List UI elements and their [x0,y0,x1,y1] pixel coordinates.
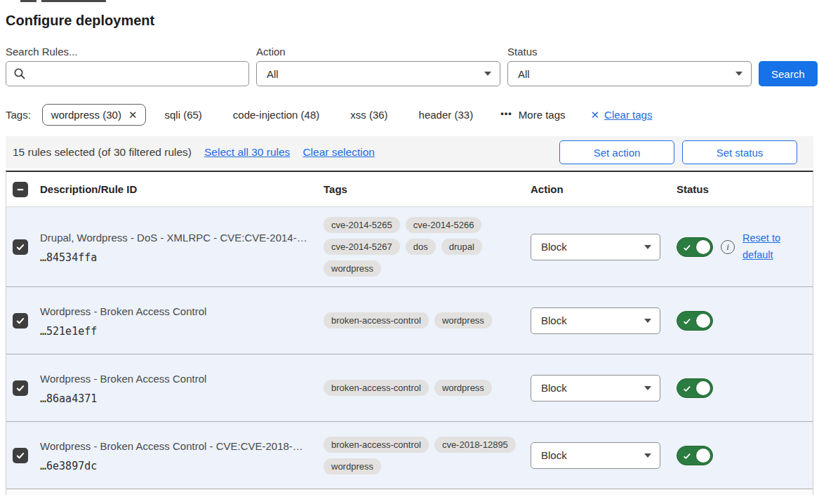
rule-id: …6e3897dc [40,460,314,472]
toggle-check-icon [683,244,691,252]
tag-filter-option[interactable]: xss (36) [346,108,392,121]
rule-status-toggle[interactable] [677,378,713,398]
search-field: Search Rules... [6,46,249,86]
clear-selection-link[interactable]: Clear selection [302,146,375,159]
clear-tags-label: Clear tags [604,109,652,121]
selection-summary: 15 rules selected (of 30 filtered rules) [13,146,192,159]
clear-tags-icon: ✕ [591,110,600,120]
tag-filter-list: sqli (65)code-injection (48)xss (36)head… [160,108,477,121]
chevron-down-icon [735,72,743,76]
tag-pill: wordpress [434,312,492,329]
toggle-knob [696,449,710,463]
rule-tags: broken-access-controlwordpress [324,370,531,406]
rule-action-select[interactable]: Block [531,307,660,334]
selected-tag-wordpress[interactable]: wordpress (30) ✕ [42,104,147,126]
column-description: Description/Rule ID [40,183,324,195]
tag-pill: dos [406,239,436,255]
check-icon [15,242,25,252]
tags-bar: Tags: wordpress (30) ✕ sqli (65)code-inj… [6,104,813,126]
row-checkbox[interactable] [13,313,28,329]
tag-filter-option[interactable]: header (33) [415,108,478,121]
chevron-down-icon [644,245,651,249]
rule-action-select[interactable]: Block [531,375,660,402]
toggle-knob [696,314,710,328]
table-row: Wordpress - Broken Access Control …521e1… [6,287,813,354]
check-icon [15,316,25,326]
chevron-down-icon [644,319,651,323]
rule-status-toggle[interactable] [677,446,713,465]
check-icon [15,383,25,393]
toggle-knob [696,240,710,254]
indeterminate-icon [15,185,25,194]
rule-tags: broken-access-controlcve-2018-12895wordp… [324,427,531,484]
rule-action-select[interactable]: Block [531,442,660,469]
filter-bar: Search Rules... Action All Status All [6,46,813,86]
tag-pill: drupal [441,239,482,255]
table-row: Wordpress - Broken Access Control - CVE:… [6,422,813,489]
row-checkbox[interactable] [13,380,28,396]
status-filter-select[interactable]: All [507,61,752,86]
select-all-link[interactable]: Select all 30 rules [204,146,290,159]
search-button[interactable]: Search [759,61,818,86]
rule-action-select[interactable]: Block [531,234,660,260]
tag-pill: cve-2018-12895 [434,437,516,453]
tag-pill: wordpress [324,260,381,277]
chevron-down-icon [484,72,491,76]
rule-action-value: Block [541,314,567,326]
rule-status-toggle[interactable] [677,311,713,331]
configure-deployment-page: Configure deployment Search Rules... Act… [0,0,819,495]
rule-tags: broken-access-controlwordpress [324,303,531,338]
column-status: Status [677,183,813,195]
ellipsis-icon: ••• [500,108,512,119]
tag-pill: broken-access-control [324,380,429,396]
cropped-chrome-artifact [20,0,36,2]
rule-status-toggle[interactable] [677,237,713,257]
action-filter-field: Action All [256,46,500,86]
reset-to-default-link[interactable]: Reset to default [743,230,789,263]
rules-table-body: Drupal, Wordpress - DoS - XMLRPC - CVE:C… [6,207,813,489]
select-all-checkbox[interactable] [13,182,28,197]
set-action-button[interactable]: Set action [559,140,674,164]
rule-action-value: Block [541,382,567,394]
rules-table: Description/Rule ID Tags Action Status D… [6,171,813,489]
selected-tag-label: wordpress (30) [51,109,121,121]
column-tags: Tags [324,183,531,195]
row-checkbox[interactable] [13,239,28,255]
table-row: Wordpress - Broken Access Control …86aa4… [6,354,813,422]
info-icon[interactable]: i [721,240,735,254]
rule-id: …84534ffa [40,251,314,264]
more-tags-label: More tags [519,109,566,121]
chevron-down-icon [644,453,651,458]
search-label: Search Rules... [6,46,249,58]
rule-description: Drupal, Wordpress - DoS - XMLRPC - CVE:C… [40,230,314,245]
clear-tags-button[interactable]: ✕ Clear tags [591,109,653,121]
action-filter-value: All [267,68,279,80]
search-icon [13,67,26,80]
next-row-sliver [6,489,813,495]
tag-pill: cve-2014-5265 [324,217,400,233]
action-filter-select[interactable]: All [256,61,500,86]
rule-id: …86aa4371 [40,392,314,405]
toggle-knob [696,381,710,395]
rule-action-value: Block [541,241,567,253]
tag-filter-option[interactable]: sqli (65) [160,108,206,121]
more-tags-button[interactable]: ••• More tags [500,109,565,121]
tag-pill: wordpress [434,380,492,396]
row-status-extra: i Reset to default [721,230,789,263]
tag-pill: cve-2014-5267 [324,239,400,255]
search-input[interactable] [6,61,249,86]
selection-bar: 15 rules selected (of 30 filtered rules)… [6,136,813,168]
toggle-check-icon [683,317,691,326]
row-checkbox[interactable] [13,448,28,463]
status-filter-label: Status [507,46,752,58]
tag-pill: broken-access-control [324,437,429,453]
page-title: Configure deployment [6,13,813,29]
tag-filter-option[interactable]: code-injection (48) [229,108,324,121]
remove-tag-icon[interactable]: ✕ [128,110,138,120]
set-status-button[interactable]: Set status [682,140,797,164]
chevron-down-icon [644,386,651,390]
tags-bar-label: Tags: [6,109,31,121]
cropped-chrome-artifact [41,0,106,2]
tag-pill: broken-access-control [324,312,429,329]
rule-action-value: Block [541,449,567,461]
